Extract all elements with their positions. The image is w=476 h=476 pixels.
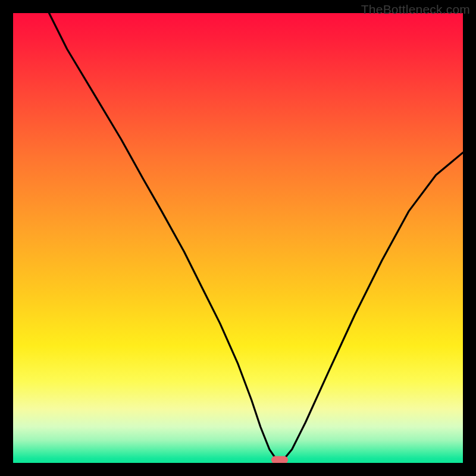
plot-area [13, 13, 463, 463]
bottleneck-curve [13, 13, 463, 463]
chart-frame: TheBottleneck.com [0, 0, 476, 476]
optimal-point-marker [271, 456, 288, 463]
watermark-text: TheBottleneck.com [361, 2, 470, 17]
